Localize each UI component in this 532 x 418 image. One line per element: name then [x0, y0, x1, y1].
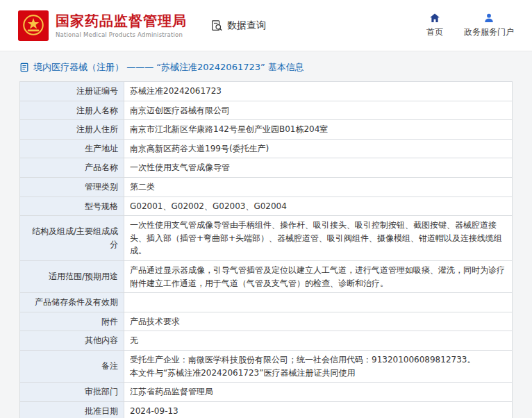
row-value: 南京市江北新区华康路142号星创产业园B01栋204室 [124, 120, 513, 140]
row-label: 批准日期 [20, 401, 124, 418]
table-row: 生产地址 南京高新区药谷大道199号(委托生产) [20, 139, 513, 158]
row-value: G02001、G02002、G02003、G02004 [124, 197, 513, 216]
table-row: 审批部门 江苏省药品监督管理局 [20, 383, 513, 402]
table-row: 其他内容 无 [20, 331, 513, 351]
table-row: 产品储存条件及有效期 [20, 293, 513, 312]
row-value: 一次性使用支气管成像导管 [124, 158, 513, 178]
table-row: 注册证编号 苏械注准20242061723 [20, 82, 513, 101]
table-row: 型号规格 G02001、G02002、G02003、G02004 [20, 197, 513, 216]
table-row: 适用范围/预期用途 产品通过显示器成像，引导气管插管及定位以建立人工气道，进行气… [20, 260, 513, 292]
row-label: 产品储存条件及有效期 [20, 293, 124, 312]
table-row: 注册人名称 南京迈创医疗器械有限公司 [20, 101, 513, 120]
row-label: 其他内容 [20, 331, 124, 351]
row-label: 附件 [20, 312, 124, 331]
row-value: 南京高新区药谷大道199号(委托生产) [124, 139, 513, 158]
nmpa-emblem-logo [18, 10, 49, 41]
row-value: 无 [124, 331, 513, 351]
document-icon [19, 62, 29, 72]
table-row: 管理类别 第二类 [20, 177, 513, 197]
row-label: 备注 [20, 350, 124, 382]
table-row: 批准日期 2024-09-13 [20, 401, 513, 418]
nav-gov-portal-label: 政务服务门户 [464, 26, 514, 38]
registration-info-table: 注册证编号 苏械注准20242061723 注册人名称 南京迈创医疗器械有限公司… [19, 81, 513, 418]
row-label: 审批部门 [20, 383, 124, 402]
home-icon [429, 12, 440, 24]
data-query-icon [210, 19, 223, 32]
page-title: 境内医疗器械（注册） ——— “苏械注准20242061723” 基本信息 [19, 61, 513, 74]
table-row: 结构及组成/主要组成成分 一次性使用支气管成像导管由手柄组件、操作杆、吸引接头、… [20, 216, 513, 261]
row-label: 结构及组成/主要组成成分 [20, 216, 124, 261]
agency-name-zh: 国家药品监督管理局 [56, 13, 187, 29]
header-right-nav: 首页 政务服务门户 [426, 12, 514, 38]
main-content: 境内医疗器械（注册） ——— “苏械注准20242061723” 基本信息 注册… [0, 51, 532, 418]
row-value: 产品通过显示器成像，引导气管插管及定位以建立人工气道，进行气道管理如吸痰、灌洗，… [124, 260, 513, 292]
nav-home-label: 首页 [426, 26, 443, 38]
national-emblem-icon [18, 10, 49, 41]
row-label: 适用范围/预期用途 [20, 260, 124, 292]
row-value: 2024-09-13 [124, 401, 513, 418]
row-label: 注册人住所 [20, 120, 124, 140]
row-label: 注册证编号 [20, 82, 124, 101]
row-value: 南京迈创医疗器械有限公司 [124, 101, 513, 120]
row-value: 江苏省药品监督管理局 [124, 383, 513, 402]
table-row: 产品名称 一次性使用支气管成像导管 [20, 158, 513, 178]
agency-name-en: National Medical Products Administration [56, 31, 187, 38]
row-value: 第二类 [124, 177, 513, 197]
page-title-text: 境内医疗器械（注册） ——— “苏械注准20242061723” 基本信息 [33, 61, 304, 74]
row-value: 受托生产企业：南微医学科技股份有限公司；统一社会信用代码：91320100608… [124, 350, 513, 382]
nav-data-query-label: 数据查询 [227, 19, 266, 32]
row-value [124, 293, 513, 312]
row-value: 苏械注准20242061723 [124, 82, 513, 101]
row-label: 管理类别 [20, 177, 124, 197]
row-value: 产品技术要求 [124, 312, 513, 331]
user-icon [483, 12, 494, 24]
row-label: 产品名称 [20, 158, 124, 178]
nav-gov-portal[interactable]: 政务服务门户 [464, 12, 514, 38]
table-row: 附件 产品技术要求 [20, 312, 513, 331]
nav-data-query[interactable]: 数据查询 [210, 19, 266, 32]
row-label: 生产地址 [20, 139, 124, 158]
nav-home[interactable]: 首页 [426, 12, 443, 38]
agency-name-block: 国家药品监督管理局 National Medical Products Admi… [56, 13, 187, 38]
row-label: 型号规格 [20, 197, 124, 216]
site-header: 国家药品监督管理局 National Medical Products Admi… [0, 0, 532, 51]
row-label: 注册人名称 [20, 101, 124, 120]
table-row: 备注 受托生产企业：南微医学科技股份有限公司；统一社会信用代码：91320100… [20, 350, 513, 382]
row-value: 一次性使用支气管成像导管由手柄组件、操作杆、吸引接头、吸引控制按钮、截图按键、器… [124, 216, 513, 261]
table-row: 注册人住所 南京市江北新区华康路142号星创产业园B01栋204室 [20, 120, 513, 140]
